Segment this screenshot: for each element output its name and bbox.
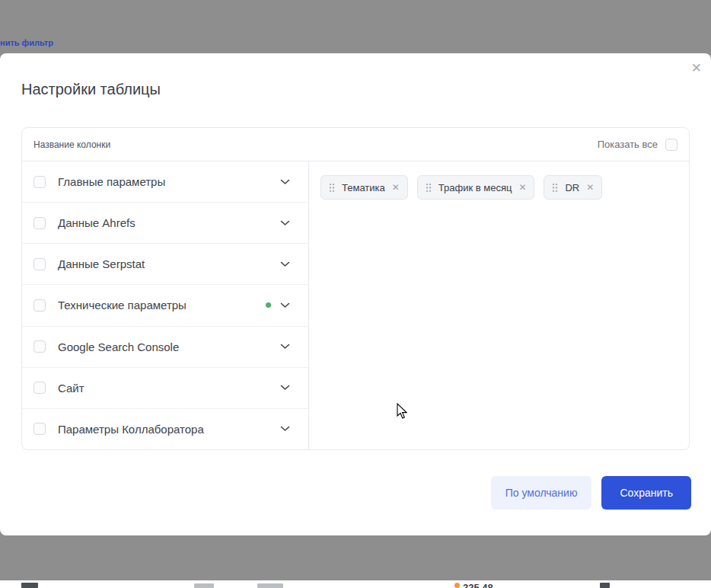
category-row[interactable]: Сайт: [22, 368, 308, 409]
screen: нить фильтр ✕ Настройки таблицы Название…: [0, 0, 711, 588]
clipped-text-fragment: [600, 583, 610, 588]
chevron-down-icon[interactable]: [280, 385, 290, 391]
orange-status-dot: [454, 583, 460, 588]
chevron-down-icon[interactable]: [280, 302, 290, 308]
category-checkbox[interactable]: [33, 340, 46, 353]
clipped-text-fragment: [257, 583, 283, 588]
drag-handle-icon[interactable]: [426, 183, 432, 193]
category-checkbox[interactable]: [33, 176, 46, 188]
default-button[interactable]: По умолчанию: [491, 476, 592, 510]
category-checkbox[interactable]: [33, 423, 46, 435]
category-row-right: [280, 179, 290, 185]
selected-columns-area: Тематика ✕ Трафик в месяц ✕ DR ✕: [309, 161, 689, 449]
category-row[interactable]: Технические параметры: [22, 285, 308, 326]
category-label: Google Search Console: [58, 340, 179, 353]
selected-column-chip[interactable]: Трафик в месяц ✕: [417, 175, 535, 200]
save-filter-link[interactable]: нить фильтр: [0, 38, 53, 47]
metric-value: 225.48: [463, 582, 493, 588]
category-checkbox[interactable]: [33, 299, 46, 312]
category-label: Данные Ahrefs: [58, 216, 136, 229]
chevron-down-icon[interactable]: [280, 220, 290, 226]
modal-footer: По умолчанию Сохранить: [491, 476, 691, 510]
chevron-down-icon[interactable]: [280, 426, 290, 432]
chevron-down-icon[interactable]: [280, 179, 290, 185]
modal-title: Настройки таблицы: [21, 81, 161, 98]
category-label: Технические параметры: [58, 299, 187, 312]
category-row-right: [280, 344, 290, 350]
category-row[interactable]: Данные Serpstat: [22, 244, 308, 285]
panel-body: Главные параметры Данные Ahrefs Данные S…: [22, 161, 689, 449]
chip-remove-icon[interactable]: ✕: [392, 183, 400, 192]
column-name-label: Название колонки: [33, 139, 110, 150]
category-row-right: [280, 426, 290, 432]
chevron-down-icon[interactable]: [280, 261, 290, 267]
selected-column-chip[interactable]: DR ✕: [544, 175, 602, 200]
columns-panel: Название колонки Показать все Главные па…: [21, 127, 690, 450]
category-checkbox[interactable]: [33, 382, 46, 394]
category-row-right: [280, 385, 290, 391]
category-row[interactable]: Данные Ahrefs: [22, 203, 308, 244]
category-checkbox[interactable]: [33, 217, 46, 229]
chip-label: DR: [565, 182, 579, 193]
chip-list: Тематика ✕ Трафик в месяц ✕ DR ✕: [320, 175, 678, 200]
category-row-right: [280, 261, 290, 267]
drag-handle-icon[interactable]: [552, 183, 558, 193]
drag-handle-icon[interactable]: [329, 183, 335, 193]
close-icon[interactable]: ✕: [691, 62, 702, 75]
selected-column-chip[interactable]: Тематика ✕: [320, 175, 408, 200]
chip-label: Трафик в месяц: [438, 182, 512, 193]
chevron-down-icon[interactable]: [280, 344, 290, 350]
clipped-text-fragment: [21, 583, 38, 588]
category-row[interactable]: Главные параметры: [22, 161, 308, 203]
category-label: Сайт: [58, 382, 84, 395]
category-list: Главные параметры Данные Ahrefs Данные S…: [22, 161, 309, 449]
category-row-right: [280, 220, 290, 226]
category-row[interactable]: Google Search Console: [22, 327, 308, 368]
background-table-row: 225.48: [0, 580, 711, 588]
category-label: Параметры Коллаборатора: [58, 423, 204, 436]
clipped-text-fragment: [194, 583, 214, 588]
category-row-right: [266, 302, 290, 308]
show-all-checkbox[interactable]: [665, 139, 678, 151]
active-indicator-dot: [266, 302, 271, 308]
show-all-label: Показать все: [598, 139, 658, 150]
chip-remove-icon[interactable]: ✕: [518, 183, 526, 192]
chip-label: Тематика: [342, 182, 385, 193]
category-row[interactable]: Параметры Коллаборатора: [22, 409, 308, 449]
category-checkbox[interactable]: [33, 258, 46, 270]
save-button[interactable]: Сохранить: [601, 476, 691, 510]
chip-remove-icon[interactable]: ✕: [586, 183, 594, 192]
category-label: Главные параметры: [58, 175, 165, 188]
panel-header: Название колонки Показать все: [22, 128, 689, 161]
table-settings-modal: ✕ Настройки таблицы Название колонки Пок…: [0, 53, 711, 535]
category-label: Данные Serpstat: [58, 257, 145, 270]
show-all-control: Показать все: [598, 139, 678, 151]
